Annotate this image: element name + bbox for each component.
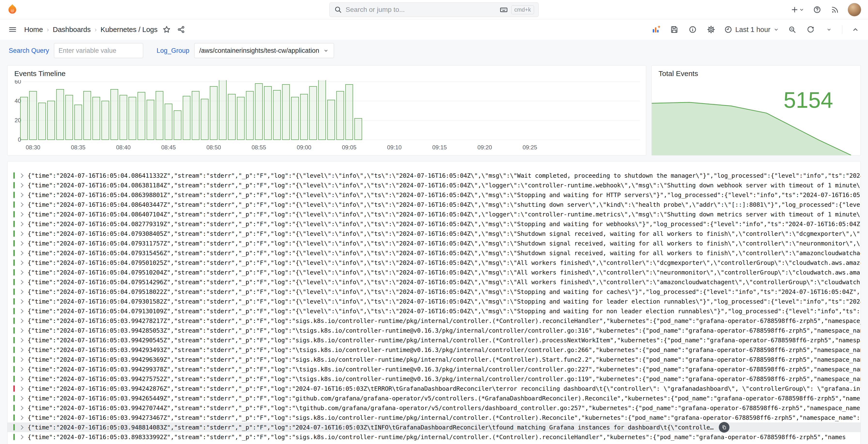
- zoom-out-button[interactable]: [787, 24, 798, 35]
- refresh-interval-button[interactable]: [824, 24, 834, 35]
- refresh-button[interactable]: [805, 24, 816, 35]
- breadcrumb-dashboards[interactable]: Dashboards: [53, 26, 91, 34]
- expand-chevron-icon[interactable]: [19, 222, 23, 226]
- log-level-indicator: [13, 192, 15, 198]
- log-row[interactable]: {"time":"2024-07-16T16:05:03.994273467Z"…: [7, 413, 861, 422]
- expand-chevron-icon[interactable]: [19, 348, 23, 352]
- expand-chevron-icon[interactable]: [19, 251, 23, 255]
- log-row[interactable]: {"time":"2024-07-16T16:05:04.079514296Z"…: [7, 277, 861, 287]
- log-group-select[interactable]: /aws/containerinsights/test-cw/applicati…: [194, 43, 334, 58]
- expand-chevron-icon[interactable]: [19, 435, 23, 439]
- share-icon: [177, 25, 185, 34]
- log-row[interactable]: {"time":"2024-07-16T16:05:03.898333992Z"…: [7, 432, 861, 442]
- dashboard-insights-button[interactable]: [687, 24, 698, 35]
- user-avatar[interactable]: [848, 3, 861, 17]
- log-row[interactable]: {"time":"2024-07-16T16:05:04.079501025Z"…: [7, 258, 861, 267]
- menu-toggle-button[interactable]: [7, 24, 18, 35]
- favorite-button[interactable]: [161, 24, 172, 35]
- expand-chevron-icon[interactable]: [19, 183, 23, 187]
- expand-chevron-icon[interactable]: [19, 328, 23, 332]
- copy-icon: [721, 425, 727, 430]
- save-dashboard-button[interactable]: [669, 24, 680, 35]
- log-row[interactable]: {"time":"2024-07-16T16:05:04.086381184Z"…: [7, 180, 861, 190]
- help-button[interactable]: [812, 4, 823, 15]
- add-visualization-button[interactable]: [651, 24, 661, 35]
- log-row[interactable]: {"time":"2024-07-16T16:05:04.079510204Z"…: [7, 267, 861, 277]
- log-level-indicator: [13, 356, 15, 363]
- global-search[interactable]: cmd+k: [330, 2, 538, 17]
- log-row[interactable]: {"time":"2024-07-16T16:05:04.079130109Z"…: [7, 306, 861, 316]
- log-row[interactable]: {"time":"2024-07-16T16:05:03.948814083Z"…: [7, 422, 861, 432]
- collapse-header-button[interactable]: [850, 24, 861, 35]
- log-row[interactable]: {"time":"2024-07-16T16:05:04.086398801Z"…: [7, 190, 861, 200]
- log-row[interactable]: {"time":"2024-07-16T16:05:04.082779319Z"…: [7, 219, 861, 229]
- log-line-text: {"time":"2024-07-16T16:05:04.079510204Z"…: [28, 269, 861, 276]
- log-row[interactable]: {"time":"2024-07-16T16:05:04.086403447Z"…: [7, 200, 861, 210]
- log-row[interactable]: {"time":"2024-07-16T16:05:03.994265449Z"…: [7, 393, 861, 403]
- expand-chevron-icon[interactable]: [19, 425, 23, 430]
- breadcrumb-home[interactable]: Home: [24, 26, 43, 34]
- log-row[interactable]: {"time":"2024-07-16T16:05:03.994290545Z"…: [7, 335, 861, 345]
- search-input[interactable]: [346, 6, 496, 13]
- grafana-logo[interactable]: [7, 4, 18, 16]
- svg-text:08:50: 08:50: [206, 144, 221, 151]
- expand-chevron-icon[interactable]: [19, 406, 23, 410]
- add-menu-button[interactable]: [790, 4, 805, 15]
- log-row[interactable]: {"time":"2024-07-16T16:05:03.994270744Z"…: [7, 403, 861, 413]
- expand-chevron-icon[interactable]: [19, 319, 23, 323]
- svg-text:08:30: 08:30: [26, 144, 40, 151]
- expand-chevron-icon[interactable]: [19, 231, 23, 236]
- log-row[interactable]: {"time":"2024-07-16T16:05:04.079518022Z"…: [7, 287, 861, 296]
- log-row[interactable]: {"time":"2024-07-16T16:05:04.079311757Z"…: [7, 239, 861, 248]
- log-row[interactable]: {"time":"2024-07-16T16:05:03.994242876Z"…: [7, 384, 861, 393]
- copy-log-line-button[interactable]: [719, 422, 730, 433]
- variable-label-log-group: Log_Group: [157, 47, 189, 55]
- log-line-text: {"time":"2024-07-16T16:05:03.994270744Z"…: [28, 405, 861, 412]
- log-row[interactable]: {"time":"2024-07-16T16:05:04.079315456Z"…: [7, 248, 861, 258]
- expand-chevron-icon[interactable]: [19, 415, 23, 420]
- expand-chevron-icon[interactable]: [19, 386, 23, 391]
- hamburger-icon: [8, 25, 17, 34]
- log-line-text: {"time":"2024-07-16T16:05:04.079311757Z"…: [28, 240, 861, 247]
- keyboard-icon: [500, 6, 508, 14]
- log-row[interactable]: {"time":"2024-07-16T16:05:04.086411332Z"…: [7, 171, 861, 180]
- panel-title[interactable]: Events Timeline: [7, 66, 646, 78]
- expand-chevron-icon[interactable]: [19, 270, 23, 275]
- search-query-input[interactable]: [54, 43, 143, 58]
- dashboard-variables: Search Query Log_Group /aws/containerins…: [9, 43, 334, 58]
- expand-chevron-icon[interactable]: [19, 396, 23, 401]
- expand-chevron-icon[interactable]: [19, 338, 23, 342]
- log-row[interactable]: {"time":"2024-07-16T16:05:04.079301582Z"…: [7, 296, 861, 306]
- log-row[interactable]: {"time":"2024-07-16T16:05:04.086407104Z"…: [7, 210, 861, 219]
- expand-chevron-icon[interactable]: [19, 280, 23, 284]
- expand-chevron-icon[interactable]: [19, 260, 23, 265]
- log-level-indicator: [13, 230, 15, 237]
- log-line-text: {"time":"2024-07-16T16:05:04.079501025Z"…: [28, 259, 861, 266]
- variable-label-search-query: Search Query: [9, 47, 49, 55]
- expand-chevron-icon[interactable]: [19, 193, 23, 197]
- expand-chevron-icon[interactable]: [19, 212, 23, 216]
- share-button[interactable]: [176, 24, 186, 35]
- log-row[interactable]: {"time":"2024-07-16T16:05:03.994278217Z"…: [7, 316, 861, 326]
- expand-chevron-icon[interactable]: [19, 309, 23, 313]
- expand-chevron-icon[interactable]: [19, 377, 23, 381]
- dashboard-settings-button[interactable]: [706, 24, 716, 35]
- expand-chevron-icon[interactable]: [19, 202, 23, 207]
- log-line-text: {"time":"2024-07-16T16:05:03.994293493Z"…: [28, 346, 861, 353]
- news-button[interactable]: [830, 4, 840, 15]
- log-row[interactable]: {"time":"2024-07-16T16:05:03.994285053Z"…: [7, 326, 861, 335]
- expand-chevron-icon[interactable]: [19, 357, 23, 362]
- expand-chevron-icon[interactable]: [19, 299, 23, 304]
- expand-chevron-icon[interactable]: [19, 367, 23, 371]
- log-row[interactable]: {"time":"2024-07-16T16:05:04.079308405Z"…: [7, 229, 861, 239]
- time-range-picker[interactable]: Last 1 hour: [724, 25, 779, 34]
- expand-chevron-icon[interactable]: [19, 173, 23, 178]
- log-row[interactable]: {"time":"2024-07-16T16:05:03.994299378Z"…: [7, 364, 861, 374]
- expand-chevron-icon[interactable]: [19, 290, 23, 294]
- log-row[interactable]: {"time":"2024-07-16T16:05:03.994296369Z"…: [7, 355, 861, 364]
- breadcrumb-current[interactable]: Kubernetes / Logs: [100, 26, 157, 34]
- log-row[interactable]: {"time":"2024-07-16T16:05:03.994293493Z"…: [7, 345, 861, 355]
- log-row[interactable]: {"time":"2024-07-16T16:05:03.994275752Z"…: [7, 374, 861, 384]
- expand-chevron-icon[interactable]: [19, 241, 23, 246]
- svg-text:20: 20: [14, 117, 21, 124]
